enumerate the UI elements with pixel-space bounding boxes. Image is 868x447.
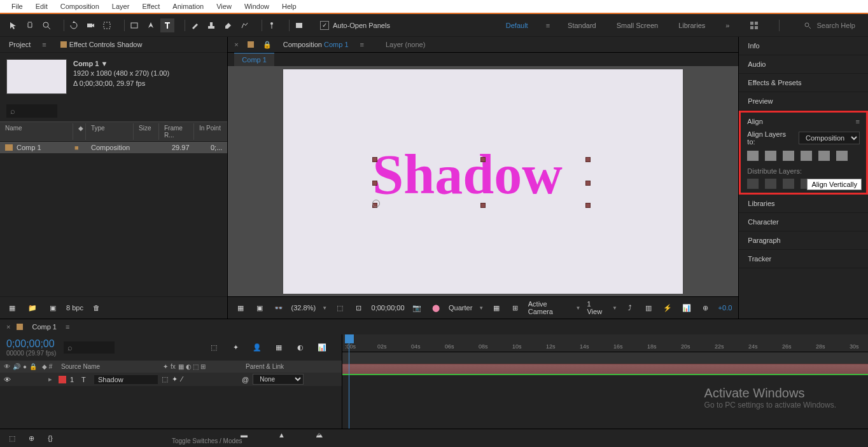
panel-preview[interactable]: Preview <box>739 92 868 111</box>
zoom-slider-end-icon[interactable]: ⛰ <box>316 431 323 445</box>
lock-icon[interactable]: 🔒 <box>263 41 272 49</box>
new-comp-icon[interactable]: ▣ <box>46 301 60 315</box>
menu-file[interactable]: File <box>5 3 29 10</box>
fast-preview-icon[interactable]: ⚡ <box>661 301 674 315</box>
current-timecode[interactable]: 0;00;00;00 <box>6 338 56 350</box>
panel-paragraph[interactable]: Paragraph <box>739 231 868 250</box>
frame-blend-icon[interactable]: ▦ <box>272 341 286 355</box>
zoom-slider-handle-icon[interactable]: ▲ <box>278 431 285 445</box>
toggle-brackets-icon[interactable]: {} <box>43 431 57 445</box>
pan-behind-tool-icon[interactable] <box>100 18 114 32</box>
pen-tool-icon[interactable] <box>144 18 158 32</box>
align-bottom-icon[interactable] <box>836 151 848 161</box>
menu-edit[interactable]: Edit <box>29 3 54 10</box>
expand-icon[interactable]: ▸ <box>48 375 55 383</box>
timeline-track-area[interactable]: :00s 02s 04s 06s 08s 10s 12s 14s 16s 18s… <box>342 334 868 429</box>
graph-editor-icon[interactable]: 📊 <box>315 341 329 355</box>
roto-tool-icon[interactable] <box>237 18 251 32</box>
col-size[interactable]: Size <box>134 123 159 140</box>
workspace-libraries[interactable]: Libraries <box>676 22 708 29</box>
workspace-standard[interactable]: Standard <box>565 22 599 29</box>
transparency-grid-icon[interactable]: ▦ <box>490 301 503 315</box>
workspace-more-icon[interactable]: » <box>723 22 732 29</box>
timecode[interactable]: 0;00;00;00 <box>372 304 405 312</box>
col-inpoint[interactable]: In Point <box>194 123 227 140</box>
hand-tool-icon[interactable] <box>23 18 37 32</box>
align-center-v-icon[interactable] <box>818 151 830 161</box>
menu-composition[interactable]: Composition <box>54 3 106 10</box>
layer-name[interactable]: Shadow <box>94 375 158 384</box>
mask-icon[interactable]: 👓 <box>272 301 285 315</box>
panel-menu-icon[interactable]: ≡ <box>42 41 46 48</box>
interpret-footage-icon[interactable]: ▦ <box>5 301 19 315</box>
layer-track-bar[interactable] <box>342 364 868 375</box>
effects-icon[interactable]: ✦ <box>172 375 178 383</box>
hide-shy-icon[interactable]: 👤 <box>250 341 264 355</box>
col-frame[interactable]: Frame R... <box>159 123 194 140</box>
eraser-tool-icon[interactable] <box>221 18 235 32</box>
close-tab-icon[interactable]: × <box>6 323 10 331</box>
align-center-h-icon[interactable] <box>765 151 776 161</box>
composition-tab[interactable]: Composition Comp 1 <box>281 39 351 50</box>
exposure[interactable]: +0.0 <box>718 304 732 312</box>
panel-menu-icon[interactable]: ≡ <box>66 323 69 331</box>
panel-menu-icon[interactable]: ≡ <box>360 41 364 48</box>
canvas-area[interactable]: Shadow <box>228 66 738 296</box>
bpc-label[interactable]: 8 bpc <box>66 304 83 312</box>
align-menu-icon[interactable]: ≡ <box>856 118 860 125</box>
draft-3d-icon[interactable]: ✦ <box>228 341 242 355</box>
timeline-layer-row[interactable]: 👁 ▸ 1 T Shadow ⬚ ✦ ∕ @ None <box>0 373 342 386</box>
timeline-tab[interactable]: Comp 1 <box>29 322 59 332</box>
auto-open-panels-checkbox[interactable]: ✓ Auto-Open Panels <box>320 21 390 30</box>
align-left-icon[interactable] <box>747 151 759 161</box>
trash-icon[interactable]: 🗑 <box>90 301 104 315</box>
menu-effect[interactable]: Effect <box>136 3 166 10</box>
panel-info[interactable]: Info <box>739 37 868 55</box>
type-tool-icon[interactable] <box>160 18 174 32</box>
flowchart-icon[interactable]: ⊕ <box>699 301 712 315</box>
pixel-aspect-icon[interactable]: ▥ <box>643 301 655 315</box>
project-tab[interactable]: Project <box>6 39 33 50</box>
menu-view[interactable]: View <box>210 3 238 10</box>
panel-libraries[interactable]: Libraries <box>739 195 868 213</box>
toggle-modes-icon[interactable]: ⊕ <box>24 431 38 445</box>
share-icon[interactable]: ⤴ <box>624 301 636 315</box>
text-layer-shadow[interactable]: Shadow <box>372 142 562 207</box>
composition-canvas[interactable]: Shadow <box>283 69 683 294</box>
anchor-point[interactable] <box>372 200 380 207</box>
layer-color-tag[interactable] <box>59 376 66 383</box>
resolution-icon[interactable]: ⬚ <box>333 301 346 315</box>
comp-thumbnail[interactable] <box>6 59 67 94</box>
menu-window[interactable]: Window <box>238 3 276 10</box>
selection-handle[interactable] <box>585 181 591 186</box>
workspace-small-screen[interactable]: Small Screen <box>614 22 661 29</box>
project-search-input[interactable] <box>6 104 57 118</box>
panel-grid-icon[interactable] <box>747 18 761 32</box>
motion-blur-icon[interactable]: ◐ <box>293 341 307 355</box>
magnification-icon[interactable]: ▦ <box>234 301 247 315</box>
menu-animation[interactable]: Animation <box>166 3 210 10</box>
timeline-search-input[interactable] <box>64 341 115 354</box>
comp-mini-flowchart-icon[interactable]: ⬚ <box>207 341 221 355</box>
panel-tracker[interactable]: Tracker <box>739 250 868 268</box>
menu-help[interactable]: Help <box>276 3 303 10</box>
toggle-switches-icon[interactable]: ⬚ <box>5 431 19 445</box>
col-tag[interactable]: ◆ <box>73 123 86 140</box>
timeline-ruler[interactable]: :00s 02s 04s 06s 08s 10s 12s 14s 16s 18s… <box>342 334 868 352</box>
panel-effects-presets[interactable]: Effects & Presets <box>739 74 868 92</box>
rotate-tool-icon[interactable] <box>67 18 81 32</box>
playhead-line[interactable] <box>349 343 349 429</box>
panel-toggle-icon[interactable] <box>292 18 306 32</box>
project-item-row[interactable]: Comp 1 ■ Composition 29.97 0;... <box>0 142 227 153</box>
quality-dropdown[interactable]: Quarter <box>449 304 472 312</box>
workspace-menu-icon[interactable]: ≡ <box>546 22 550 29</box>
collapse-icon[interactable]: ∕ <box>181 375 183 383</box>
lock-icon[interactable]: 🔒 <box>29 363 37 370</box>
snapshot-icon[interactable]: 📷 <box>411 301 424 315</box>
search-help[interactable]: Search Help <box>797 22 862 29</box>
menu-layer[interactable]: Layer <box>106 3 136 10</box>
parent-link-select[interactable]: None <box>253 374 304 385</box>
solo-icon[interactable]: ● <box>23 363 27 370</box>
toggle-alpha-icon[interactable]: ▣ <box>253 301 266 315</box>
col-type[interactable]: Type <box>86 123 134 140</box>
